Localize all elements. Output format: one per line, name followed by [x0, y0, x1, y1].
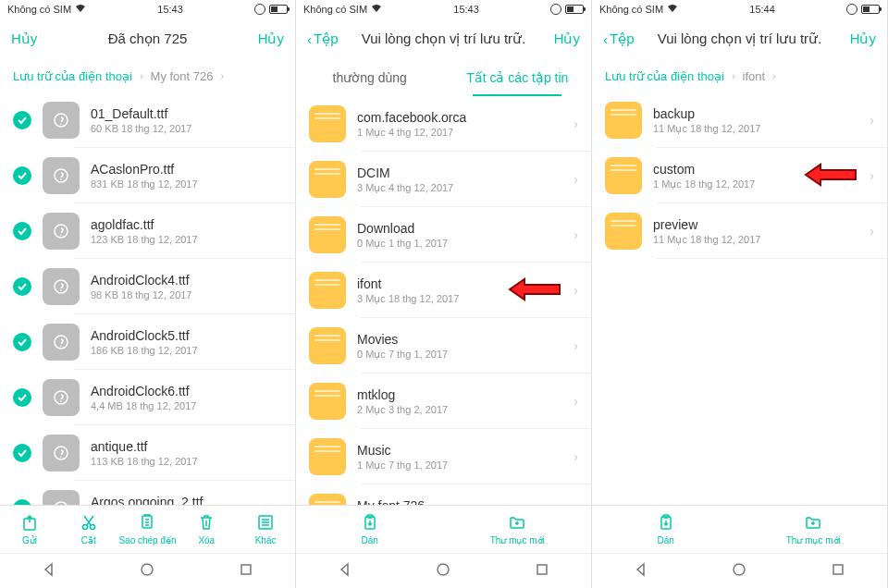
checkbox-checked-icon[interactable] [13, 222, 31, 240]
folder-meta: 11 Mục 18 thg 12, 2017 [653, 123, 858, 135]
file-icon [43, 102, 80, 139]
checkbox-checked-icon[interactable] [13, 277, 31, 296]
folder-row[interactable]: backup 11 Mục 18 thg 12, 2017 › [592, 92, 887, 148]
send-button[interactable]: Gửi [0, 506, 59, 553]
folder-icon [309, 105, 346, 142]
file-meta: 60 KB 18 thg 12, 2017 [91, 123, 282, 134]
cancel-button[interactable]: Hủy [830, 31, 876, 47]
checkbox-checked-icon[interactable] [13, 166, 31, 185]
copy-icon [138, 513, 156, 533]
page-title: Vui lòng chọn vị trí lưu trữ. [353, 31, 534, 47]
chevron-right-icon: › [574, 116, 578, 131]
svg-point-6 [55, 280, 68, 293]
chevron-right-icon: › [140, 70, 143, 81]
folder-row[interactable]: Download 0 Mục 1 thg 1, 2017 › [296, 207, 591, 263]
nav-recent-button[interactable] [831, 562, 845, 581]
nav-back-button[interactable] [634, 562, 648, 581]
file-row[interactable]: ACaslonPro.ttf 831 KB 18 thg 12, 2017 [0, 148, 295, 203]
checkbox-checked-icon[interactable] [13, 444, 31, 462]
folder-row[interactable]: Music 1 Mục 7 thg 1, 2017 › [296, 429, 591, 484]
folder-row[interactable]: ifont 3 Mục 18 thg 12, 2017 › [296, 263, 591, 318]
paste-icon [657, 513, 675, 533]
file-meta: 113 KB 18 thg 12, 2017 [91, 456, 282, 467]
chevron-right-icon: › [574, 394, 578, 409]
folder-meta: 2 Mục 3 thg 2, 2017 [357, 404, 562, 416]
nav-back-button[interactable] [338, 562, 352, 581]
nav-home-button[interactable] [140, 562, 154, 581]
tab[interactable]: Tất cả các tập tin [444, 59, 592, 96]
checkbox-checked-icon[interactable] [13, 333, 31, 351]
svg-point-0 [55, 114, 68, 127]
folder-row[interactable]: com.facebook.orca 1 Mục 4 thg 12, 2017 › [296, 96, 591, 152]
paste-button[interactable]: Dán [296, 506, 444, 553]
checkbox-checked-icon[interactable] [13, 499, 31, 505]
folder-name: preview [653, 217, 858, 232]
nav-home-button[interactable] [732, 562, 746, 581]
back-label: Tệp [610, 31, 635, 47]
nav-recent-button[interactable] [535, 562, 549, 581]
nav-back-button[interactable] [42, 562, 56, 581]
tool-label: Dán [362, 535, 378, 545]
folder-meta: 1 Mục 7 thg 1, 2017 [357, 459, 562, 472]
cut-button[interactable]: Cắt [59, 506, 118, 553]
folder-row[interactable]: DCIM 3 Mục 4 thg 12, 2017 › [296, 152, 591, 207]
svg-point-19 [82, 525, 87, 530]
breadcrumb: Lưu trữ của điện thoại › My font 726 › [0, 59, 295, 92]
folder-row[interactable]: preview 11 Mục 18 thg 12, 2017 › [592, 203, 887, 259]
tool-label: Thư mục mới [490, 535, 545, 545]
back-button[interactable]: ‹ Tệp [307, 31, 353, 47]
breadcrumb-item[interactable]: ifont [743, 69, 766, 83]
breadcrumb-item[interactable]: My font 726 [151, 69, 214, 83]
chevron-right-icon: › [772, 70, 776, 81]
file-row[interactable]: AndroidClock6.ttf 4,4 MB 18 thg 12, 2017 [0, 370, 295, 425]
delete-button[interactable]: Xóa [177, 506, 236, 553]
file-row[interactable]: AndroidClock4.ttf 98 KB 18 thg 12, 2017 [0, 259, 295, 314]
file-row[interactable]: antique.ttf 113 KB 18 thg 12, 2017 [0, 425, 295, 481]
file-row[interactable]: agoldfac.ttf 123 KB 18 thg 12, 2017 [0, 203, 295, 259]
svg-point-7 [60, 289, 62, 291]
folder-list[interactable]: backup 11 Mục 18 thg 12, 2017 › custom 1… [592, 92, 887, 505]
tab[interactable]: thường dùng [296, 59, 444, 96]
checkbox-checked-icon[interactable] [13, 111, 31, 129]
folder-row[interactable]: Movies 0 Mục 7 thg 1, 2017 › [296, 318, 591, 374]
cancel-right-button[interactable]: Hủy [238, 31, 284, 47]
tab-bar: thường dùngTất cả các tập tin [296, 59, 591, 96]
cancel-button[interactable]: Hủy [534, 31, 580, 47]
paste-button[interactable]: Dán [592, 506, 740, 553]
cancel-left-button[interactable]: Hủy [11, 31, 57, 47]
folder-row[interactable]: mtklog 2 Mục 3 thg 2, 2017 › [296, 374, 591, 429]
nav-recent-button[interactable] [239, 562, 253, 581]
svg-point-3 [60, 178, 62, 180]
newfolder-button[interactable]: Thư mục mới [740, 506, 888, 553]
file-row[interactable]: AndroidClock5.ttf 186 KB 18 thg 12, 2017 [0, 314, 295, 370]
cut-icon [80, 513, 98, 533]
screen-2: Không có SIM 15:43 ‹ Tệp Vui lòng chọn v… [296, 0, 592, 588]
back-label: Tệp [314, 31, 339, 47]
back-button[interactable]: ‹ Tệp [603, 31, 649, 47]
nav-home-button[interactable] [436, 562, 450, 581]
breadcrumb-item[interactable]: Lưu trữ của điện thoại [13, 69, 132, 83]
folder-icon [309, 216, 346, 253]
newfolder-button[interactable]: Thư mục mới [444, 506, 592, 553]
file-row[interactable]: 01_Default.ttf 60 KB 18 thg 12, 2017 [0, 92, 295, 148]
svg-rect-28 [537, 565, 547, 574]
svg-point-5 [60, 234, 62, 236]
folder-list[interactable]: com.facebook.orca 1 Mục 4 thg 12, 2017 ›… [296, 96, 591, 505]
folder-row[interactable]: My font 726 725 Mục 18 thg 12, 2017 › [296, 484, 591, 505]
folder-row[interactable]: custom 1 Mục 18 thg 12, 2017 › [592, 148, 887, 203]
svg-point-27 [438, 564, 449, 575]
file-icon [43, 435, 80, 472]
copy-button[interactable]: Sao chép đến [118, 506, 178, 553]
checkbox-checked-icon[interactable] [13, 388, 31, 407]
breadcrumb-item[interactable]: Lưu trữ của điện thoại [605, 69, 724, 83]
more-button[interactable]: Khác [236, 506, 295, 553]
clock: 15:43 [453, 4, 479, 15]
svg-point-31 [734, 564, 745, 575]
file-icon [43, 213, 80, 250]
breadcrumb: Lưu trữ của điện thoại › ifont › [592, 59, 887, 92]
folder-name: My font 726 [357, 498, 562, 506]
file-list[interactable]: 01_Default.ttf 60 KB 18 thg 12, 2017 ACa… [0, 92, 295, 505]
screen-1: Không có SIM 15:43 Hủy Đã chọn 725 Hủy L… [0, 0, 296, 588]
file-meta: 831 KB 18 thg 12, 2017 [91, 178, 282, 190]
file-row[interactable]: Argos ongoing_2.ttf 91 KB 18 thg 12, 201… [0, 481, 295, 505]
